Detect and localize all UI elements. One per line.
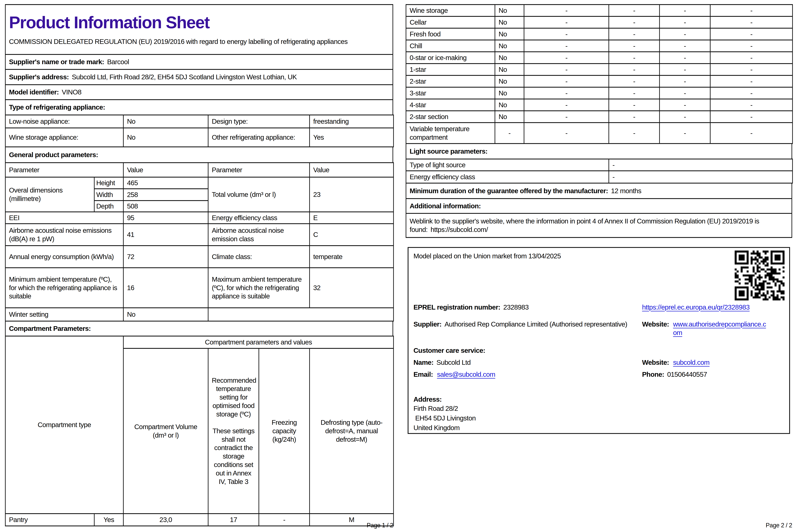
empty-cell [208, 308, 394, 321]
compartment-dash: - [609, 64, 660, 75]
compartment-dash: - [710, 28, 793, 40]
freezing-column-header: Freezing capacity (kg/24h) [259, 348, 309, 514]
title-table: Product Information Sheet COMMISSION DEL… [5, 4, 393, 115]
table-row: 4-starNo---- [406, 99, 793, 111]
column-header: Value [124, 163, 208, 177]
compartment-name: 2-star [406, 75, 495, 87]
guarantee-value: 12 months [611, 187, 641, 195]
additional-info-row: Additional information: [406, 199, 792, 213]
address-line: United Kingdom [414, 423, 476, 433]
compartment-name: Cellar [406, 17, 495, 28]
eprel-registration: EPREL registration number:2328983 [414, 303, 529, 311]
compartment-table: Compartment type Compartment parameters … [5, 336, 394, 526]
compartment-name: 0-star or ice-making [406, 52, 495, 64]
compartment-name: 2-star section [406, 111, 495, 123]
compartment-present: No [495, 111, 524, 123]
customer-care-heading: Customer care service: [414, 347, 485, 354]
care-website-link[interactable]: subcold.com [673, 359, 709, 366]
eei-label: EEI [5, 212, 124, 224]
care-website-label: Website: [642, 359, 669, 366]
low-noise-value: No [124, 115, 208, 128]
compartment-dash: - [660, 28, 710, 40]
compartment-dash: - [710, 64, 793, 75]
compartment-name: 3-star [406, 87, 495, 99]
dim-key: Height [94, 177, 124, 189]
compartment-dash: - [524, 87, 609, 99]
document-canvas: Product Information Sheet COMMISSION DEL… [0, 0, 798, 532]
appliance-type-table: Low-noise appliance: No Design type: fre… [5, 115, 394, 147]
max-temp-label: Maximum ambient temperature (ºC), for wh… [208, 268, 309, 308]
table-row: 0-star or ice-makingNo---- [406, 52, 793, 64]
address-line: Firth Road 28/2 [414, 404, 476, 413]
market-info-box: Model placed on the Union market from 13… [407, 247, 790, 434]
aec-value: 72 [124, 246, 208, 268]
table-row: 1-starNo---- [406, 64, 793, 75]
wine-storage-label: Wine storage appliance: [5, 128, 124, 147]
address-label: Address: [414, 395, 476, 404]
temperature-header-line1: Recommended temperature setting for opti… [212, 376, 255, 418]
design-type-value: freestanding [309, 115, 394, 128]
phone-label: Phone: [642, 370, 664, 378]
table-row: ChillNo---- [406, 40, 793, 52]
compartment-dash: - [609, 5, 660, 17]
compartment-dash: - [524, 99, 609, 111]
supplier-website-link[interactable]: www.authorisedrepcompliance.com [673, 320, 768, 337]
compartment-dash: - [524, 111, 609, 123]
winter-setting-label: Winter setting [5, 308, 124, 321]
email-link[interactable]: sales@subcold.com [437, 370, 495, 378]
additional-info-heading: Additional information: [410, 202, 481, 210]
regulation-subtitle: COMMISSION DELEGATED REGULATION (EU) 201… [9, 37, 372, 46]
supplier-label: Supplier: [414, 320, 441, 328]
table-row: 3-starNo---- [406, 87, 793, 99]
volume-column-header: Compartment Volume (dm³ or l) [124, 348, 208, 514]
model-identifier-value: VINO8 [62, 88, 81, 96]
table-row: Energy efficiency class - [406, 171, 793, 183]
phone-value: 01506440557 [667, 370, 707, 378]
compartment-dash: - [609, 17, 660, 28]
dim-key: Depth [94, 201, 124, 212]
compartment-dash: - [710, 5, 793, 17]
column-header: Parameter [208, 163, 309, 177]
compartment-dash: - [524, 64, 609, 75]
eprel-link-wrap: https://eprel.ec.europa.eu/qr/2328983 [642, 303, 749, 311]
table-row: Wine storageNo---- [406, 5, 793, 17]
compartment-name: Fresh food [406, 28, 495, 40]
noise-label: Airborne acoustical noise emissions (dB(… [5, 224, 124, 246]
compartment-continuation-table: Wine storageNo----CellarNo----Fresh food… [406, 4, 793, 144]
compartment-dash: - [609, 40, 660, 52]
general-heading-table: General product parameters: [5, 147, 393, 163]
supplier-address-label: Supplier's address: [9, 73, 69, 81]
defrost-column-header: Defrosting type (auto-defrost=A, manual … [309, 348, 394, 514]
winter-setting-value: No [124, 308, 208, 321]
compartment-dash: - [524, 123, 609, 144]
table-row: CellarNo---- [406, 17, 793, 28]
name-label: Name: [414, 359, 433, 366]
compartment-dash: - [609, 52, 660, 64]
compartment-dash: - [710, 17, 793, 28]
compartment-dash: - [660, 111, 710, 123]
compartment-dash: - [609, 123, 660, 144]
compartment-dash: - [524, 17, 609, 28]
wine-storage-value: No [124, 128, 208, 147]
compartment-dash: - [524, 75, 609, 87]
guarantee-label: Minimum duration of the guarantee offere… [410, 187, 608, 195]
compartment-dash: - [609, 28, 660, 40]
table-row: Type of light source - [406, 159, 793, 171]
compartment-present: No [495, 52, 524, 64]
eprel-link[interactable]: https://eprel.ec.europa.eu/qr/2328983 [642, 303, 749, 311]
address-line: EH54 5DJ Livingston [414, 413, 476, 423]
compartment-heading-table: Compartment Parameters: [5, 321, 393, 337]
noise-class-label: Airborne acoustical noise emission class [208, 224, 309, 246]
eec-label: Energy efficiency class [208, 212, 309, 224]
compartment-dash: - [710, 52, 793, 64]
compartment-name: Chill [406, 40, 495, 52]
compartment-dash: - [495, 123, 524, 144]
dim-value: 508 [124, 201, 208, 212]
compartment-present: No [495, 64, 524, 75]
dimensions-label: Overal dimensions (millimetre) [5, 177, 94, 212]
compartment-heading: Compartment Parameters: [9, 325, 91, 332]
name-value: Subcold Ltd [436, 359, 471, 366]
column-header: Value [309, 163, 394, 177]
general-parameters-table: Parameter Value Parameter Value Overal d… [5, 162, 394, 322]
max-temp-value: 32 [309, 268, 394, 308]
